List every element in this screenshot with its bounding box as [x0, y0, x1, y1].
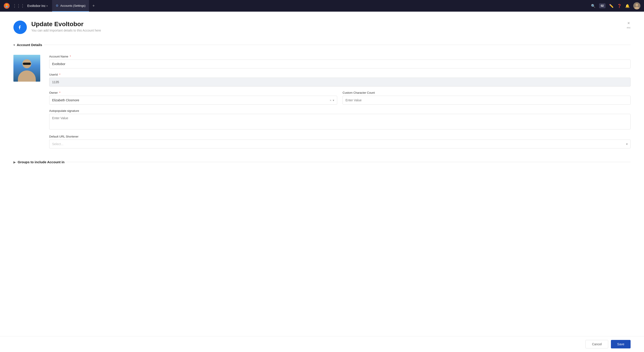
search-icon[interactable]: 🔍 [591, 4, 596, 8]
add-tab-button[interactable]: + [89, 0, 98, 12]
help-icon[interactable]: ❓ [617, 4, 622, 8]
autopopulate-row: Autopopulate signature [49, 109, 630, 130]
page-header-text: Update Evoltobor You can add Important d… [31, 20, 101, 32]
userid-input[interactable] [49, 78, 630, 86]
add-tab-icon: + [92, 4, 95, 8]
tab-bar: ⚙ Accounts (Settings) + [52, 0, 98, 12]
groups-section-title: Groups to include Account in [18, 160, 64, 164]
url-shortener-dropdown[interactable]: Select... ▾ [49, 140, 630, 148]
select-controls: × ▾ [330, 98, 334, 102]
owner-char-row: Owner * Elizabeth Closmore × ▾ Custom [49, 91, 630, 105]
photo-sunglasses [23, 62, 31, 65]
grid-icon[interactable]: ⋮⋮⋮ [12, 3, 24, 8]
photo-body [18, 70, 36, 82]
owner-label: Owner * [49, 91, 337, 94]
page-subtitle: You can add Important details to this Ac… [31, 29, 101, 32]
close-button[interactable]: × esc [627, 20, 630, 29]
groups-collapse-icon[interactable]: ▶ [14, 160, 16, 164]
chevron-down-icon[interactable]: ▾ [333, 98, 334, 102]
tab-settings-icon: ⚙ [56, 4, 58, 8]
esc-label: esc [627, 26, 630, 29]
required-indicator: * [70, 55, 71, 58]
brand-chevron: ▾ [46, 5, 48, 7]
close-icon: × [628, 20, 630, 26]
date-badge[interactable]: 02 [599, 3, 606, 8]
app-logo[interactable] [4, 3, 10, 9]
custom-char-label: Custom Character Count [342, 91, 630, 94]
svg-point-0 [4, 3, 10, 9]
topnav-right-actions: 🔍 02 ✏️ ❓ 🔔 [591, 2, 640, 10]
footer: Cancel Save [0, 336, 644, 352]
groups-divider [66, 162, 630, 162]
brand-name: Evoltobor Inc [27, 4, 46, 8]
user-avatar[interactable] [633, 2, 640, 10]
account-photo [14, 55, 40, 82]
top-navigation: ⋮⋮⋮ Evoltobor Inc ▾ ⚙ Accounts (Settings… [0, 0, 644, 12]
url-shortener-label: Default URL Shortener [49, 135, 630, 138]
form-fields: Account Name * UserId * [49, 55, 630, 153]
save-button[interactable]: Save [611, 340, 630, 348]
owner-group: Owner * Elizabeth Closmore × ▾ [49, 91, 337, 105]
owner-value: Elizabeth Closmore [52, 98, 79, 102]
main-content: Update Evoltobor You can add Important d… [0, 12, 644, 352]
cancel-button[interactable]: Cancel [586, 340, 608, 348]
userid-label: UserId * [49, 73, 630, 76]
groups-header: ▶ Groups to include Account in [14, 160, 630, 166]
active-tab[interactable]: ⚙ Accounts (Settings) [52, 0, 89, 12]
autopopulate-textarea[interactable] [49, 114, 630, 130]
section-divider [44, 45, 630, 45]
required-indicator-3: * [59, 91, 60, 94]
section-collapse-icon[interactable]: ▾ [14, 43, 15, 47]
tab-label: Accounts (Settings) [60, 4, 86, 8]
page-title: Update Evoltobor [31, 20, 101, 28]
page-header: Update Evoltobor You can add Important d… [14, 20, 630, 34]
owner-select[interactable]: Elizabeth Closmore × ▾ [49, 96, 337, 105]
url-shortener-placeholder: Select... [52, 142, 64, 146]
clear-icon[interactable]: × [330, 98, 332, 102]
account-name-label: Account Name * [49, 55, 630, 58]
url-shortener-row: Default URL Shortener Select... ▾ [49, 135, 630, 148]
account-details-section: ▾ Account Details Account Name * [14, 43, 630, 153]
custom-char-input[interactable] [342, 96, 630, 105]
edit-icon[interactable]: ✏️ [609, 4, 614, 8]
account-name-input[interactable] [49, 60, 630, 68]
groups-section: ▶ Groups to include Account in [14, 160, 630, 166]
userid-row: UserId * [49, 73, 630, 86]
notifications-icon[interactable]: 🔔 [625, 4, 630, 8]
svg-point-2 [636, 4, 638, 6]
required-indicator-2: * [59, 73, 60, 76]
dropdown-chevron-icon: ▾ [626, 142, 628, 146]
brand-selector[interactable]: Evoltobor Inc ▾ [27, 4, 48, 8]
account-name-row: Account Name * [49, 55, 630, 68]
form-body: Account Name * UserId * [14, 55, 630, 153]
section-title: Account Details [17, 43, 42, 47]
autopopulate-label: Autopopulate signature [49, 109, 630, 112]
section-header: ▾ Account Details [14, 43, 630, 50]
account-platform-icon [14, 20, 27, 34]
custom-char-group: Custom Character Count [342, 91, 630, 105]
